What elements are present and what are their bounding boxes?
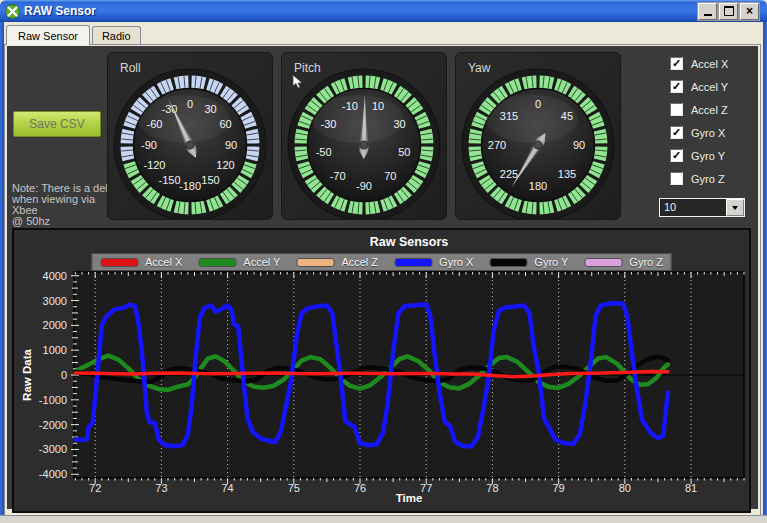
- svg-text:-180: -180: [179, 180, 201, 192]
- close-icon: ×: [746, 5, 753, 17]
- svg-text:-150: -150: [158, 174, 180, 186]
- checkbox-row: ✓Gyro Y: [670, 149, 748, 162]
- checkbox-row: ✓Gyro X: [670, 126, 748, 139]
- minimize-icon: [704, 14, 712, 16]
- svg-text:30: 30: [204, 103, 216, 115]
- svg-text:-50: -50: [316, 146, 332, 158]
- svg-text:270: 270: [488, 139, 506, 151]
- svg-text:60: 60: [219, 118, 231, 130]
- main-panel: Save CSV Note: There is a delay when vie…: [7, 46, 758, 509]
- y-tick-label: 2000: [43, 319, 67, 331]
- svg-text:-120: -120: [143, 159, 165, 171]
- svg-text:-90: -90: [141, 139, 157, 151]
- svg-text:150: 150: [201, 174, 219, 186]
- y-tick-label: -4000: [39, 468, 67, 480]
- raw-sensors-chart: Raw Sensors Accel XAccel YAccel ZGyro XG…: [12, 228, 751, 513]
- svg-text:-60: -60: [147, 118, 163, 130]
- gauge-pitch: Pitch-1010-3030-5050-7070-90: [281, 52, 447, 220]
- checkbox-accel-x[interactable]: ✓: [670, 57, 683, 70]
- svg-text:-30: -30: [321, 118, 337, 130]
- x-tick-label: 72: [89, 482, 101, 494]
- dropdown-arrow-button[interactable]: [726, 199, 744, 216]
- x-tick-label: 80: [619, 482, 631, 494]
- app-window: RAW Sensor × Raw Sensor Radio Save CSV N…: [0, 0, 767, 523]
- checkbox-label: Gyro Y: [691, 150, 725, 162]
- x-tick-label: 79: [552, 482, 564, 494]
- svg-text:135: 135: [558, 168, 576, 180]
- checkbox-label: Accel Z: [691, 104, 728, 116]
- y-tick-label: 1000: [43, 344, 67, 356]
- checkbox-label: Gyro Z: [691, 173, 725, 185]
- checkbox-label: Accel X: [691, 58, 728, 70]
- svg-text:30: 30: [393, 118, 405, 130]
- checkbox-row: ✓Accel Y: [670, 80, 748, 93]
- checkbox-accel-z[interactable]: [670, 103, 683, 116]
- gauge-dial: -1010-3030-5050-7070-90: [282, 53, 446, 219]
- svg-text:-10: -10: [342, 100, 358, 112]
- gauge-title: Yaw: [468, 61, 490, 75]
- checkbox-gyro-x[interactable]: ✓: [670, 126, 683, 139]
- x-tick-label: 78: [486, 482, 498, 494]
- window-border-bottom: [0, 515, 767, 523]
- y-tick-label: 4000: [43, 270, 67, 282]
- close-button[interactable]: ×: [740, 3, 759, 20]
- checkbox-accel-y[interactable]: ✓: [670, 80, 683, 93]
- app-icon: [5, 4, 20, 19]
- gauge-dial: 04590135180225270315: [456, 53, 620, 219]
- gauge-yaw: Yaw04590135180225270315: [455, 52, 621, 220]
- svg-text:0: 0: [535, 98, 541, 110]
- chart-plot: 72737475767778798081-4000-3000-2000-1000…: [14, 230, 749, 511]
- gauge-title: Roll: [120, 61, 141, 75]
- tab-raw-sensor[interactable]: Raw Sensor: [6, 25, 90, 45]
- maximize-icon: [724, 6, 734, 16]
- checkbox-row: Accel Z: [670, 103, 748, 116]
- chevron-down-icon: [732, 206, 738, 210]
- maximize-button[interactable]: [719, 3, 738, 20]
- rate-dropdown-value: 10: [664, 201, 676, 213]
- checkbox-row: ✓Accel X: [670, 57, 748, 70]
- rate-dropdown[interactable]: 10: [659, 198, 745, 217]
- svg-text:-70: -70: [330, 170, 346, 182]
- checkbox-label: Accel Y: [691, 81, 728, 93]
- tab-page: Save CSV Note: There is a delay when vie…: [4, 44, 761, 516]
- y-tick-label: 0: [61, 369, 67, 381]
- x-tick-label: 76: [354, 482, 366, 494]
- x-tick-label: 74: [221, 482, 233, 494]
- checkbox-gyro-z[interactable]: [670, 172, 683, 185]
- gauge-dial: 0306090120150-180-150-120-90-60-30: [108, 53, 272, 219]
- checkbox-row: Gyro Z: [670, 172, 748, 185]
- checkbox-gyro-y[interactable]: ✓: [670, 149, 683, 162]
- svg-text:90: 90: [573, 139, 585, 151]
- svg-text:315: 315: [500, 110, 518, 122]
- note-line: when viewing via Xbee: [12, 194, 122, 216]
- xbee-delay-note: Note: There is a delay when viewing via …: [12, 183, 122, 227]
- svg-text:70: 70: [384, 170, 396, 182]
- gauge-title: Pitch: [294, 61, 321, 75]
- svg-text:45: 45: [561, 110, 573, 122]
- svg-text:180: 180: [529, 180, 547, 192]
- x-tick-label: 81: [685, 482, 697, 494]
- y-tick-label: -2000: [39, 419, 67, 431]
- titlebar: RAW Sensor ×: [0, 0, 767, 22]
- y-tick-label: -1000: [39, 394, 67, 406]
- note-line: @ 50hz: [12, 216, 122, 227]
- mouse-cursor: [292, 74, 303, 94]
- window-border-right: [763, 22, 767, 516]
- x-tick-label: 77: [420, 482, 432, 494]
- tab-radio[interactable]: Radio: [92, 26, 141, 44]
- checkbox-label: Gyro X: [691, 127, 725, 139]
- svg-text:-90: -90: [356, 180, 372, 192]
- svg-text:225: 225: [500, 168, 518, 180]
- series-checkbox-column: ✓Accel X✓Accel YAccel Z✓Gyro X✓Gyro YGyr…: [670, 57, 748, 195]
- tab-bar: Raw Sensor Radio: [4, 22, 763, 44]
- svg-text:0: 0: [187, 98, 193, 110]
- window-title: RAW Sensor: [24, 4, 698, 18]
- svg-text:10: 10: [372, 100, 384, 112]
- save-csv-button[interactable]: Save CSV: [13, 111, 101, 137]
- x-tick-label: 73: [155, 482, 167, 494]
- x-tick-label: 75: [288, 482, 300, 494]
- minimize-button[interactable]: [698, 3, 717, 20]
- svg-text:90: 90: [225, 139, 237, 151]
- y-tick-label: -3000: [39, 443, 67, 455]
- svg-text:50: 50: [398, 146, 410, 158]
